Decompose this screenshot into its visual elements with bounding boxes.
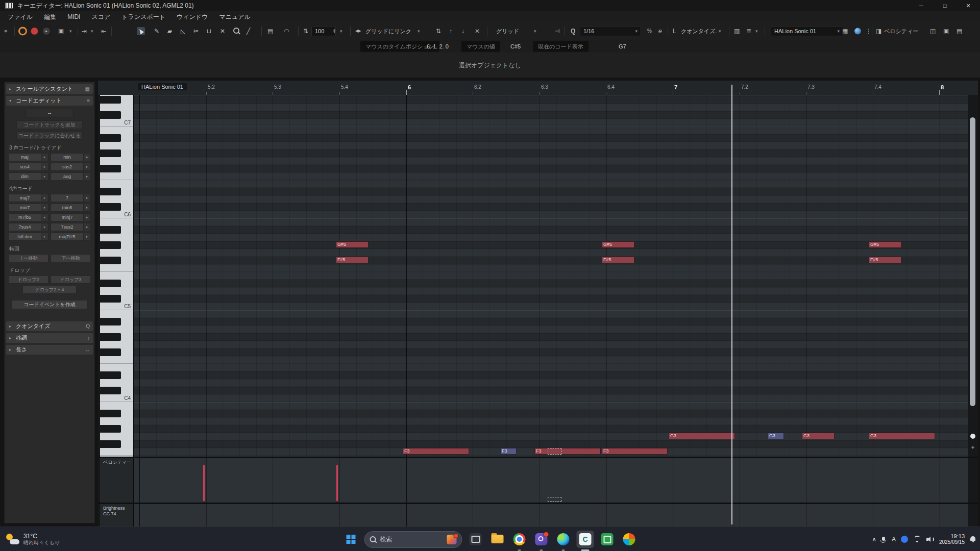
velocity-bar[interactable] [336,465,338,501]
length-quantize-dropdown[interactable]: クオンタイズ. [681,28,717,35]
link-grid-icon[interactable]: ◀▶ [355,29,360,33]
event-lanes-icon[interactable]: ≣ [746,28,751,34]
line-tool[interactable]: ╱ [244,27,252,36]
midi-note-f3[interactable]: F3 [602,448,668,455]
black-key[interactable] [100,188,121,195]
minimize-button[interactable]: ─ [910,0,933,11]
velocity-diamond-icon[interactable]: ⇅ [303,28,308,34]
black-key[interactable] [100,318,121,325]
quantize-preset-dropdown[interactable]: 1/16 ▾ [580,26,641,36]
note-expression-icon[interactable]: ⊣ [554,28,559,34]
chevron-down-icon[interactable]: ▾ [534,29,536,34]
chord-button-maj7[interactable]: maj7▸ [8,194,48,202]
match-chord-track-button[interactable]: コードトラックに合わせる [16,131,83,140]
autoscroll-page-icon[interactable]: ⇤ [101,28,106,34]
black-key[interactable] [100,440,121,448]
grid-overlay-icon[interactable]: ▦ [842,28,848,34]
app-dark-window[interactable] [467,531,484,548]
black-key[interactable] [100,203,121,211]
ruler[interactable]: 5.25.35.466.26.36.477.27.37.48 HALion So… [98,81,978,95]
velocity-bar[interactable] [203,465,205,501]
black-key[interactable] [100,295,121,303]
menu-item-3[interactable]: スコア [86,13,116,21]
black-key[interactable] [100,410,121,417]
black-key[interactable] [100,387,121,394]
zoom-plus-icon[interactable]: + [968,444,978,451]
midi-note-fs5[interactable]: F#5 [336,257,369,263]
window-layout-icon-3[interactable]: ▤ [957,28,962,34]
quantize-panel-icon[interactable]: e [658,28,662,34]
velocity-grid[interactable] [134,458,968,503]
section-chord-edit[interactable]: ▾ コードエディット ≡ [6,96,93,106]
velocity-lane-header[interactable]: ベロシティー [100,458,134,503]
velocity-stepper[interactable]: ▲▼ [333,29,336,34]
midi-note-g3[interactable]: G3 [802,433,835,439]
midi-note-f3[interactable]: F3 [534,448,601,455]
project-cursor[interactable] [731,85,732,524]
chevron-down-icon[interactable]: ▾ [418,29,420,34]
scrollbar-thumb[interactable] [970,117,975,406]
piano-keyboard[interactable]: C7C6C5C4 [100,95,134,457]
mute-tool[interactable]: ✕ [218,27,227,36]
nudge-icon[interactable]: ⇅ [436,28,441,34]
black-key[interactable] [100,226,121,234]
chord-button-full-dim[interactable]: full dim▸ [8,233,48,241]
midi-note-fs5[interactable]: F#5 [869,257,901,263]
midi-note-g3[interactable]: G3 [869,433,935,439]
chord-button-m7-b5[interactable]: m7/b5▸ [8,213,48,221]
window-layout-icon-1[interactable]: ◫ [930,28,936,34]
black-key[interactable] [100,241,121,249]
chord-button-min6[interactable]: min6▸ [51,204,91,212]
black-key[interactable] [100,425,121,433]
chevron-down-icon[interactable]: ▾ [69,29,72,34]
midi-note-gs5[interactable]: G#5 [869,241,901,248]
quantize-icon[interactable]: Q [571,28,575,34]
midi-note-gs5[interactable]: G#5 [602,241,634,248]
chord-button-dim[interactable]: dim▸ [8,172,48,181]
black-key[interactable] [100,134,121,142]
black-key[interactable] [100,348,121,356]
chord-button-7sus2[interactable]: 7sus2▸ [51,223,91,231]
solo-editor-button[interactable] [18,27,27,36]
black-key[interactable] [100,111,121,119]
app-green-cube[interactable] [599,531,616,548]
draw-tool[interactable]: ✎ [152,27,161,36]
black-key[interactable] [100,96,121,104]
object-selection-tool[interactable] [137,27,145,35]
blue-app-tray-icon[interactable] [901,536,908,543]
menu-item-2[interactable]: MIDI [62,13,86,20]
drop-2-4-button[interactable]: ドロップ2 + 4 [22,286,77,294]
event-colors-icon[interactable]: ◨ [876,28,881,34]
chord-button-sus2[interactable]: sus2▸ [51,163,91,171]
chord-button-7sus4[interactable]: 7sus4▸ [8,223,48,231]
tray-chevron-icon[interactable]: ∧ [872,536,876,543]
midi-note-fs5[interactable]: F#5 [602,257,634,263]
autoscroll-icon[interactable]: ⇥ [82,28,87,34]
chord-button-minj7[interactable]: minj7▸ [51,213,91,221]
wifi-icon[interactable] [913,536,921,543]
black-key[interactable] [100,371,121,379]
weather-widget[interactable]: 31°C 晴れ時々くもり [5,533,60,546]
black-key[interactable] [100,280,121,287]
chord-button-----[interactable]: 下へ移動 [51,254,91,262]
section-transpose[interactable]: ▸ 移調 ♪ [6,333,93,343]
chord-button-----3[interactable]: ドロップ3 [51,276,91,284]
snapshot-icon[interactable]: ▣ [58,28,64,34]
keyboard-display-icon[interactable]: ▤ [267,28,273,34]
ruler-scale[interactable]: 5.25.35.466.26.36.477.27.37.48 [134,81,968,95]
midi-note-g3[interactable]: G3 [768,433,784,439]
chord-button-min7[interactable]: min7▸ [8,204,48,212]
black-key[interactable] [100,165,121,172]
microphone-icon[interactable] [881,537,886,542]
maximize-button[interactable]: □ [933,0,957,11]
clock[interactable]: 19:13 2025/09/15 [939,533,965,545]
zoom-tool[interactable] [231,26,241,36]
taskbar-search[interactable]: 検索 [364,531,462,548]
curve-icon[interactable]: ◠ [284,28,289,34]
black-key[interactable] [100,149,121,157]
midi-note-g3[interactable]: G3 [669,433,735,439]
note-grid[interactable]: G#5F#5G#5F#5G#5F#5G3G3G3G3F3F3F3F3 [134,95,968,457]
add-chord-track-button[interactable]: コードトラックを追加 [16,120,83,129]
transpose-up-icon[interactable]: ↑ [449,28,452,34]
app-purple-notification[interactable] [533,531,550,548]
